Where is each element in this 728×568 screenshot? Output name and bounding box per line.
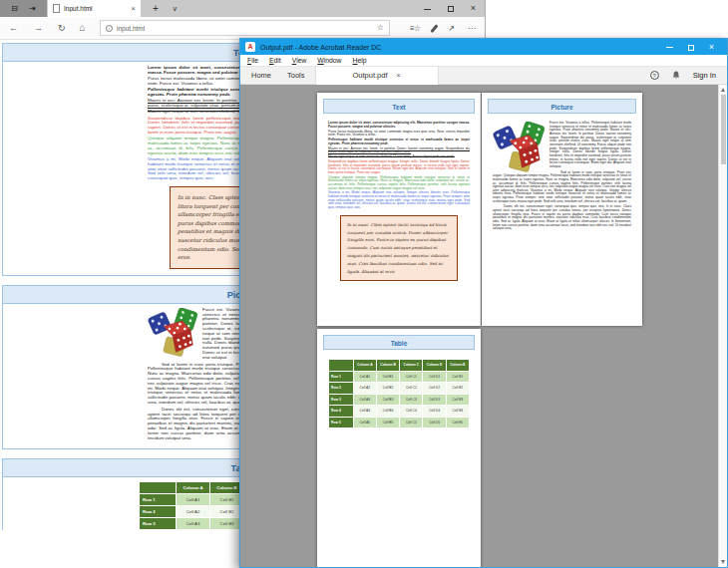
table-cell: Cell A3 (177, 518, 209, 529)
browser-tab-input-html[interactable]: Input.html × (48, 0, 141, 17)
table-row: Row 4Cell A4Cell B4Cell C4Cell D4Cell E4 (329, 406, 469, 417)
new-tab-button[interactable]: + (153, 4, 159, 14)
browser-tab-strip: ⊟ ⇥ Input.html × + ∨ × (0, 0, 485, 17)
table-row: Row 5Cell A5Cell B5Cell C5Cell D5Cell E5 (329, 418, 469, 428)
pdf-section-table: Table Column AColumn BColumn CColumn DCo… (323, 335, 475, 428)
url-field[interactable]: i input.html ☆ (100, 20, 390, 36)
page-icon (53, 4, 60, 13)
table-row-header: Row 1 (140, 494, 176, 505)
document-tab-output-pdf[interactable]: Output.pdf × (315, 67, 439, 85)
annotate-pen-icon[interactable] (430, 24, 438, 33)
tab-home[interactable]: Home (251, 71, 271, 80)
table-cell: Cell B2 (377, 383, 399, 394)
pdf-section-table-header: Table (323, 335, 475, 350)
table-row-header: Row 1 (329, 372, 353, 383)
acrobat-title-bar: A Output.pdf - Adobe Acrobat Reader DC × (240, 39, 727, 55)
menu-view[interactable]: View (292, 57, 307, 64)
browser-window-controls: × (416, 0, 485, 17)
table-cell: Cell A1 (354, 372, 376, 383)
table-corner-cell (329, 360, 353, 371)
document-tab-close-icon[interactable]: × (397, 72, 401, 79)
acrobat-app-icon: A (245, 42, 255, 52)
tab-preview-chevron-icon[interactable]: ∨ (173, 5, 178, 12)
restore-tabs-icon[interactable]: ⇥ (29, 5, 36, 13)
tab-title: Input.html (64, 5, 127, 12)
set-tabs-aside-icon[interactable]: ⊟ (11, 5, 18, 13)
table-column-header: Column C (400, 360, 422, 371)
table-column-header: Column E (447, 360, 469, 371)
table-cell: Cell D2 (423, 383, 445, 394)
home-icon[interactable]: ⌂ (80, 23, 86, 33)
minimize-button[interactable] (416, 0, 439, 18)
menu-file[interactable]: File (247, 57, 258, 64)
close-button[interactable]: × (701, 43, 722, 52)
page-info-icon[interactable]: i (106, 25, 113, 32)
table-cell: Cell C2 (400, 383, 422, 394)
table-cell: Cell A1 (177, 494, 209, 505)
table-cell: Cell E5 (447, 418, 469, 428)
browser-address-bar: ← → ↻ ⌂ i input.html ☆ ≡☆ ↗ ⋯ (0, 17, 485, 40)
table-row-header: Row 4 (329, 406, 353, 417)
pdf-picture-paragraph: Sed at lorem in nunc porta tristique. Pr… (493, 171, 631, 204)
hub-favorites-icon[interactable]: ≡☆ (410, 24, 420, 33)
pdf-page-2: Picture (482, 93, 642, 326)
pdf-section-picture: Picture (488, 99, 636, 231)
paragraph-underline: Mauris et orci. Aenean nec lorem. In por… (328, 147, 470, 154)
table-row-header: Row 3 (140, 518, 176, 529)
table-cell: Cell E2 (447, 383, 469, 394)
maximize-button[interactable] (680, 38, 701, 56)
table-cell: Cell D3 (423, 395, 445, 406)
scroll-up-arrow-icon[interactable] (721, 88, 725, 92)
table-cell: Cell B4 (377, 406, 399, 417)
acrobat-window-title: Output.pdf - Adobe Acrobat Reader DC (260, 44, 381, 51)
tab-tools[interactable]: Tools (287, 71, 305, 80)
table-cell: Cell C5 (400, 418, 422, 428)
forward-icon[interactable]: → (34, 24, 43, 33)
table-row: Row 3Cell A3Cell B3Cell C3Cell D3Cell E3 (329, 395, 469, 406)
table-corner-cell (140, 482, 176, 493)
minimize-button[interactable] (659, 38, 680, 56)
table-cell: Cell B1 (377, 372, 399, 383)
scroll-down-arrow-icon[interactable] (721, 560, 725, 564)
add-favorite-star-icon[interactable]: ☆ (377, 24, 384, 32)
paragraph-red: Suspendisse dapibus lorem pellentesque m… (328, 160, 470, 175)
help-icon[interactable]: ? (650, 71, 659, 80)
pdf-section-text: Text Lorem ipsum dolor sit amet, consect… (323, 99, 475, 281)
notifications-bell-icon[interactable] (672, 71, 680, 80)
share-icon[interactable]: ↗ (448, 24, 455, 33)
table-cell: Cell C3 (400, 395, 422, 406)
pdf-section-picture-header: Picture (488, 99, 636, 114)
table-cell: Cell D4 (423, 406, 445, 417)
table-cell: Cell E1 (447, 372, 469, 383)
dice-image (493, 122, 546, 173)
close-button[interactable]: × (462, 4, 485, 13)
dice-image (148, 308, 199, 358)
menu-help[interactable]: Help (353, 57, 367, 64)
table-row-header: Row 3 (329, 395, 353, 406)
sign-in-button[interactable]: Sign In (693, 71, 716, 80)
acrobat-toolbar: Home Tools Output.pdf × ? Sign In (240, 67, 727, 85)
menu-edit[interactable]: Edit (269, 57, 281, 64)
pdf-data-table: Column AColumn BColumn CColumn DColumn E… (328, 359, 470, 428)
refresh-icon[interactable]: ↻ (58, 24, 66, 33)
pdf-scrollbar[interactable] (718, 85, 727, 567)
menu-window[interactable]: Window (317, 57, 341, 64)
table-cell: Cell A3 (354, 395, 376, 406)
acrobat-toolbar-right: ? Sign In (650, 71, 727, 80)
scrollbar-thumb[interactable] (721, 95, 726, 164)
table-cell: Cell D5 (423, 418, 445, 428)
table-row-header: Row 5 (329, 418, 353, 428)
browser-toolbar-icons: ≡☆ ↗ ⋯ (410, 17, 477, 40)
table-cell: Cell C1 (400, 372, 422, 383)
table-column-header: Column A (177, 482, 209, 493)
table-cell: Cell D1 (423, 372, 445, 383)
tab-close-icon[interactable]: × (131, 5, 136, 13)
maximize-button[interactable] (439, 0, 462, 18)
acrobat-window: A Output.pdf - Adobe Acrobat Reader DC ×… (239, 38, 728, 568)
back-icon[interactable]: ← (9, 24, 18, 33)
acrobat-window-controls: × (659, 38, 722, 56)
more-options-icon[interactable]: ⋯ (468, 24, 477, 33)
pdf-picture-paragraph: Fusce est. Vivamus a tellus. Pellentesqu… (493, 122, 631, 169)
pdf-page-1: Text Lorem ipsum dolor sit amet, consect… (317, 93, 481, 326)
table-cell: Cell E4 (447, 406, 469, 417)
